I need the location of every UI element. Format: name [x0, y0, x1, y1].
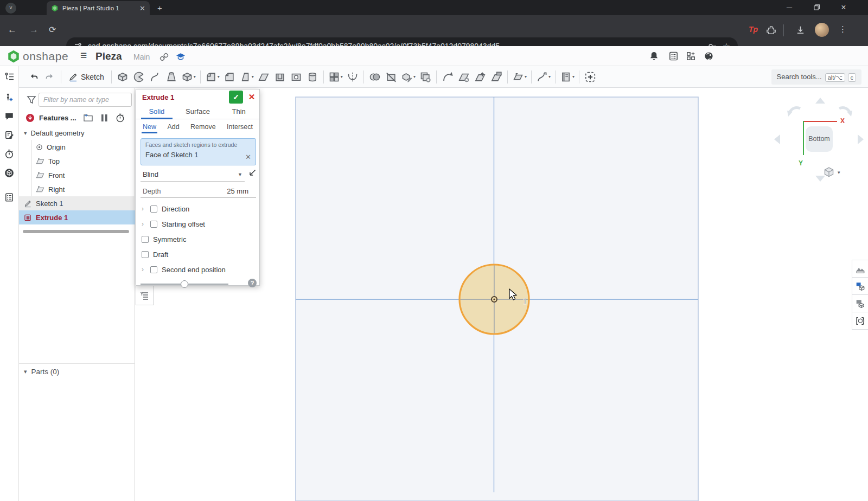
- window-minimize-button[interactable]: ─: [781, 2, 797, 13]
- feature-tree-item-front[interactable]: Front: [19, 168, 135, 182]
- checkbox[interactable]: [150, 221, 157, 228]
- feature-tree-item-origin[interactable]: Origin: [19, 140, 135, 154]
- shell-icon[interactable]: [272, 69, 288, 85]
- linear-pattern-icon[interactable]: ▾: [327, 69, 344, 85]
- roll-left-icon[interactable]: [786, 105, 802, 119]
- end-condition-dropdown[interactable]: Blind ▼: [141, 168, 245, 182]
- extensions-puzzle-icon[interactable]: [766, 25, 776, 35]
- rollback-end-icon[interactable]: [25, 113, 35, 123]
- comments-icon[interactable]: [4, 111, 14, 123]
- chevron-right-icon[interactable]: ›: [142, 220, 146, 228]
- feature-tree-item-default-geometry[interactable]: ▾Default geometry: [19, 126, 135, 140]
- view-triad[interactable]: X Y Bottom: [770, 93, 868, 188]
- feature-list-flyout-tab[interactable]: [136, 286, 154, 305]
- thicken-icon[interactable]: ▾: [180, 69, 197, 85]
- boss-icon[interactable]: [304, 69, 321, 85]
- boolean-mode-new[interactable]: New: [143, 120, 156, 133]
- browser-profile-avatar[interactable]: [815, 23, 829, 37]
- browser-menu-icon[interactable]: ⋮: [839, 24, 847, 34]
- dialog-header[interactable]: Extrude 1 ✓ ✕: [136, 89, 259, 105]
- window-restore-button[interactable]: [808, 2, 825, 13]
- download-icon[interactable]: [795, 25, 806, 35]
- fillet-icon[interactable]: ▾: [203, 69, 221, 85]
- rotate-right-icon[interactable]: [858, 134, 864, 144]
- transform-icon[interactable]: ▾: [399, 69, 417, 85]
- document-menu-icon[interactable]: ≡: [80, 49, 87, 62]
- back-button[interactable]: ←: [8, 24, 17, 35]
- marketplace-globe-icon[interactable]: [704, 51, 714, 61]
- boolean-icon[interactable]: [367, 69, 383, 85]
- delete-face-icon[interactable]: [456, 69, 472, 85]
- app-store-icon[interactable]: [686, 51, 696, 61]
- browser-tab[interactable]: Pieza | Part Studio 1 ✕: [47, 1, 150, 15]
- roll-right-icon[interactable]: [837, 105, 853, 119]
- confirm-button[interactable]: ✓: [229, 91, 243, 104]
- reload-button[interactable]: ⟳: [49, 24, 56, 35]
- chevron-right-icon[interactable]: ›: [142, 266, 146, 273]
- clear-selection-icon[interactable]: ✕: [245, 153, 251, 161]
- display-panel-tab[interactable]: [852, 294, 868, 312]
- dialog-tab-solid[interactable]: Solid: [136, 105, 177, 119]
- rib-icon[interactable]: [256, 69, 272, 85]
- search-tools[interactable]: Search tools... alt/⌥ c: [771, 69, 861, 85]
- onshape-logo-text[interactable]: onshape: [23, 50, 68, 63]
- document-name[interactable]: Pieza: [95, 50, 122, 62]
- split-icon[interactable]: [383, 69, 399, 85]
- checkbox[interactable]: [142, 251, 149, 258]
- rotate-up-icon[interactable]: [815, 98, 825, 104]
- checkbox[interactable]: [142, 236, 149, 243]
- parts-section-header[interactable]: ▾ Parts (0): [19, 363, 135, 380]
- boolean-mode-add[interactable]: Add: [167, 120, 179, 133]
- feature-tree-item-sketch-1[interactable]: Sketch 1: [19, 196, 135, 210]
- view-face-button[interactable]: Bottom: [806, 126, 833, 152]
- revolve-icon[interactable]: [131, 69, 147, 85]
- replace-face-icon[interactable]: [488, 69, 505, 85]
- cancel-button[interactable]: ✕: [246, 91, 257, 104]
- suppress-pause-icon[interactable]: [101, 114, 108, 122]
- forward-button[interactable]: →: [29, 24, 39, 35]
- boolean-mode-intersect[interactable]: Intersect: [227, 120, 253, 133]
- dialog-tab-surface[interactable]: Surface: [177, 105, 219, 119]
- onshape-logo-icon[interactable]: [7, 49, 21, 63]
- views-panel-tab[interactable]: [852, 277, 868, 295]
- undo-button[interactable]: [25, 69, 42, 85]
- rollback-bar[interactable]: [23, 230, 129, 233]
- sketch-button[interactable]: Sketch: [64, 69, 108, 85]
- workspace-name[interactable]: Main: [133, 53, 150, 61]
- feature-list-toggle-icon[interactable]: [4, 72, 15, 85]
- window-close-button[interactable]: ×: [835, 2, 852, 13]
- history-icon[interactable]: [4, 149, 14, 161]
- bom-table-icon[interactable]: [4, 192, 14, 204]
- custom-feature-icon[interactable]: ▾: [558, 69, 576, 85]
- learning-center-icon[interactable]: [4, 168, 14, 180]
- opacity-slider[interactable]: [141, 280, 228, 288]
- loft-icon[interactable]: [163, 69, 180, 85]
- filter-input[interactable]: [39, 93, 132, 107]
- helix-icon[interactable]: ▾: [534, 69, 552, 85]
- checkbox[interactable]: [150, 205, 157, 213]
- section-panel-tab[interactable]: [852, 312, 868, 330]
- feature-tree-item-extrude-1[interactable]: Extrude 1: [19, 210, 135, 224]
- tasks-list-icon[interactable]: [668, 51, 679, 61]
- checkbox[interactable]: [150, 266, 157, 273]
- filter-icon[interactable]: [27, 95, 36, 105]
- plane-icon[interactable]: ▾: [510, 69, 528, 85]
- feature-tree-item-top[interactable]: Top: [19, 154, 135, 168]
- tab-close-icon[interactable]: ✕: [139, 5, 145, 12]
- dialog-help-icon[interactable]: ?: [248, 279, 257, 287]
- feature-tree-item-right[interactable]: Right: [19, 182, 135, 196]
- mirror-icon[interactable]: [344, 69, 361, 85]
- share-link-icon[interactable]: [159, 53, 169, 62]
- new-tab-button[interactable]: +: [157, 3, 162, 12]
- selection-box[interactable]: Faces and sketch regions to extrude Face…: [141, 138, 256, 165]
- regeneration-timer-icon[interactable]: [116, 113, 125, 123]
- dialog-tab-thin[interactable]: Thin: [218, 105, 259, 119]
- mate-connector-icon[interactable]: [582, 69, 598, 85]
- view-menu-button[interactable]: ▾: [823, 166, 840, 178]
- sweep-icon[interactable]: [147, 69, 163, 85]
- modify-fillet-icon[interactable]: [439, 69, 456, 85]
- draft-icon[interactable]: ▾: [238, 69, 256, 85]
- notifications-bell-icon[interactable]: [649, 51, 659, 61]
- move-face-icon[interactable]: [472, 69, 488, 85]
- new-folder-icon[interactable]: [83, 113, 93, 122]
